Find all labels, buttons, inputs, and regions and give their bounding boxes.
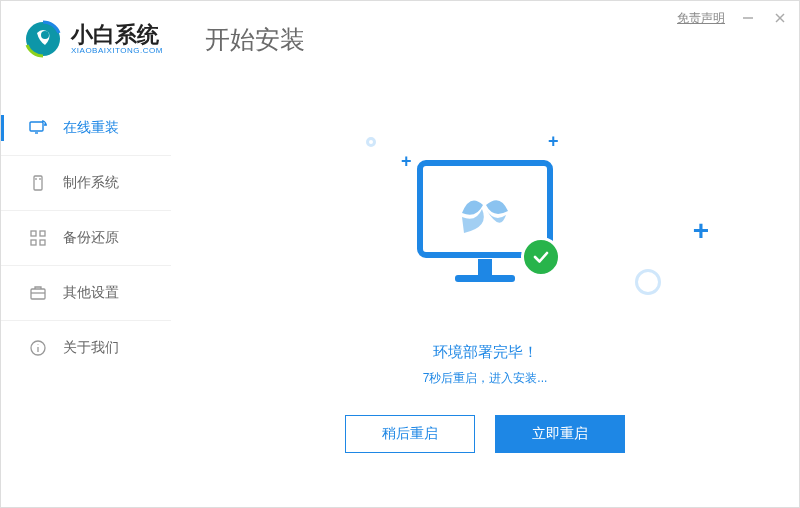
svg-rect-21	[455, 275, 515, 282]
svg-rect-7	[34, 176, 42, 190]
svg-rect-10	[31, 231, 36, 236]
sidebar-item-about[interactable]: 关于我们	[1, 321, 171, 375]
status-graphic: + + +	[171, 129, 799, 329]
briefcase-icon	[29, 284, 47, 302]
disclaimer-link[interactable]: 免责声明	[677, 10, 725, 27]
restart-now-button[interactable]: 立即重启	[495, 415, 625, 453]
svg-rect-20	[478, 259, 492, 275]
sidebar-item-reinstall[interactable]: 在线重装	[1, 101, 171, 156]
sidebar-item-label: 其他设置	[63, 284, 119, 302]
grid-icon	[29, 229, 47, 247]
sidebar-item-label: 在线重装	[63, 119, 119, 137]
brand-name: 小白系统	[71, 23, 163, 47]
plus-decoration-icon: +	[693, 215, 709, 247]
status-title: 环境部署完毕！	[433, 343, 538, 362]
sidebar-item-label: 备份还原	[63, 229, 119, 247]
monitor-refresh-icon	[29, 119, 47, 137]
svg-rect-12	[31, 240, 36, 245]
success-check-icon	[521, 237, 561, 277]
svg-rect-11	[40, 231, 45, 236]
svg-point-4	[41, 31, 49, 39]
sidebar-item-make-system[interactable]: 制作系统	[1, 156, 171, 211]
page-title: 开始安装	[205, 23, 305, 56]
sidebar: 在线重装 制作系统 备份还原 其他设置	[1, 101, 171, 375]
sidebar-item-label: 制作系统	[63, 174, 119, 192]
plus-decoration-icon: +	[548, 131, 559, 152]
sidebar-item-other-settings[interactable]: 其他设置	[1, 266, 171, 321]
brand-subtitle: XIAOBAIXITONG.COM	[71, 47, 163, 56]
main-content: + + + 环境部署完毕！ 7秒后重启，进入安装... 稍后重启 立即重	[171, 81, 799, 507]
sidebar-item-backup[interactable]: 备份还原	[1, 211, 171, 266]
brand-logo: 小白系统 XIAOBAIXITONG.COM	[23, 19, 163, 59]
svg-rect-14	[31, 289, 45, 299]
usb-icon	[29, 174, 47, 192]
minimize-button[interactable]	[739, 9, 757, 27]
close-button[interactable]	[771, 9, 789, 27]
logo-icon	[23, 19, 63, 59]
svg-rect-13	[40, 240, 45, 245]
restart-later-button[interactable]: 稍后重启	[345, 415, 475, 453]
sidebar-item-label: 关于我们	[63, 339, 119, 357]
svg-rect-5	[30, 122, 43, 131]
info-icon	[29, 339, 47, 357]
status-subtitle: 7秒后重启，进入安装...	[423, 370, 548, 387]
